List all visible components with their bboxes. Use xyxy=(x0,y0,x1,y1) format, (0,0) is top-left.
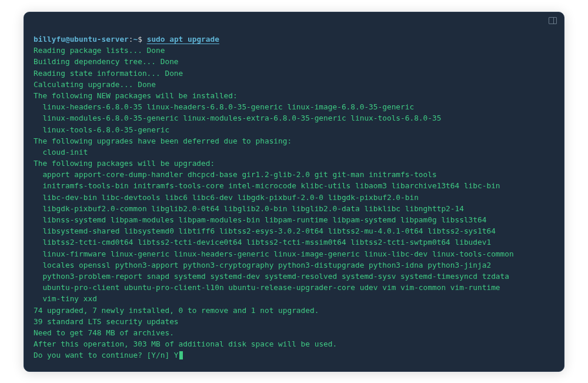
package-line: libsystemd-shared libsystemd0 libtiff6 l… xyxy=(34,225,554,237)
command-text: sudo apt upgrade xyxy=(147,35,219,44)
output-line: Reading package lists... Done xyxy=(34,45,554,56)
terminal-window: billyfu@ubuntu-server:~$ sudo apt upgrad… xyxy=(24,12,564,372)
package-line: libtss2-tcti-cmd0t64 libtss2-tcti-device… xyxy=(34,237,554,248)
output-line: 74 upgraded, 7 newly installed, 0 to rem… xyxy=(34,305,554,316)
continue-prompt[interactable]: Do you want to continue? [Y/n] Y xyxy=(34,349,554,361)
package-line: locales openssl python3-apport python3-c… xyxy=(34,259,554,271)
output-line: Reading state information... Done xyxy=(34,68,554,79)
package-line: libnss-systemd libpam-modules libpam-mod… xyxy=(34,214,554,225)
panel-icon[interactable] xyxy=(549,17,557,24)
prompt-question: Do you want to continue? [Y/n] xyxy=(34,351,174,359)
output-line: The following upgrades have been deferre… xyxy=(34,135,554,146)
package-line: vim-tiny xxd xyxy=(34,293,554,304)
output-line: 39 standard LTS security updates xyxy=(34,316,554,327)
package-line: ubuntu-pro-client ubuntu-pro-client-l10n… xyxy=(34,282,554,293)
cursor xyxy=(179,351,183,359)
package-line: linux-modules-6.8.0-35-generic linux-mod… xyxy=(34,112,554,124)
package-line: linux-firmware linux-generic linux-heade… xyxy=(34,248,554,259)
output-line: The following packages will be upgraded: xyxy=(34,158,554,169)
package-line: linux-headers-6.8.0-35 linux-headers-6.8… xyxy=(34,101,554,112)
output-line: The following NEW packages will be insta… xyxy=(34,90,554,101)
package-line: python3-problem-report snapd systemd sys… xyxy=(34,271,554,282)
titlebar xyxy=(24,12,564,30)
prompt-line: billyfu@ubuntu-server:~$ sudo apt upgrad… xyxy=(34,34,554,45)
prompt-user: billyfu@ubuntu-server xyxy=(34,35,129,44)
package-line: cloud-init xyxy=(34,146,554,158)
package-line: linux-tools-6.8.0-35-generic xyxy=(34,124,554,135)
user-input: Y xyxy=(174,351,179,359)
output-line: Building dependency tree... Done xyxy=(34,56,554,67)
output-line: Calculating upgrade... Done xyxy=(34,79,554,90)
output-line: Need to get 748 MB of archives. xyxy=(34,327,554,338)
prompt-separator: : xyxy=(129,35,133,44)
prompt-symbol: $ xyxy=(138,35,142,44)
terminal-body[interactable]: billyfu@ubuntu-server:~$ sudo apt upgrad… xyxy=(24,30,564,371)
package-line: apport apport-core-dump-handler dhcpcd-b… xyxy=(34,169,554,180)
package-line: initramfs-tools-bin initramfs-tools-core… xyxy=(34,180,554,191)
output-line: After this operation, 303 MB of addition… xyxy=(34,338,554,349)
package-line: libc-dev-bin libc-devtools libc6 libc6-d… xyxy=(34,192,554,203)
package-line: libgdk-pixbuf2.0-common libglib2.0-0t64 … xyxy=(34,203,554,214)
